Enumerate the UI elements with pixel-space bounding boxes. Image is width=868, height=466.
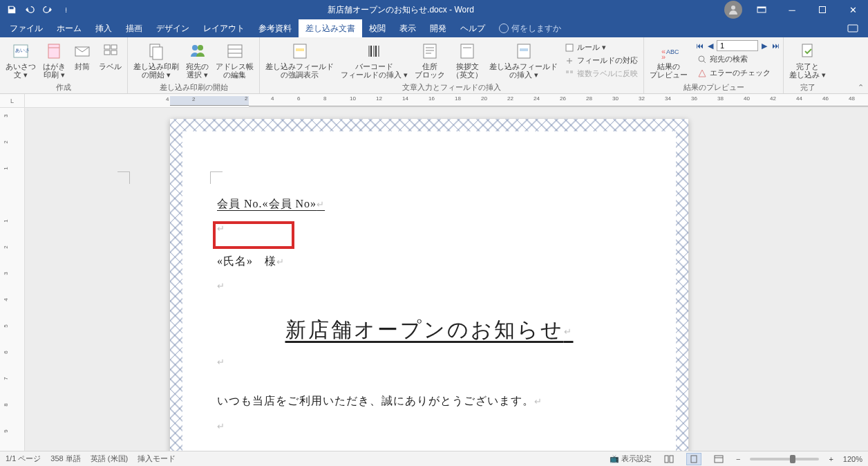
vertical-ruler[interactable]: 32112345678910111213 xyxy=(0,108,25,451)
ribbon-display-options[interactable] xyxy=(746,0,777,19)
svg-rect-37 xyxy=(566,71,569,73)
tab-references[interactable]: 参考資料 xyxy=(252,19,299,37)
paragraph-mark-icon: ↵ xyxy=(217,357,225,368)
tab-developer[interactable]: 開発 xyxy=(423,19,453,37)
qat-customize[interactable]: ⁞ xyxy=(58,2,73,17)
zoom-slider[interactable] xyxy=(750,458,819,460)
document-area: 32112345678910111213 会員 No.«会員 No»↵ ↵ «氏… xyxy=(0,108,868,451)
tab-draw[interactable]: 描画 xyxy=(119,19,149,37)
svg-rect-7 xyxy=(48,44,59,58)
lightbulb-icon xyxy=(499,24,509,33)
greetings-button[interactable]: あいさつあいさつ 文 ▾ xyxy=(3,40,39,80)
address-block-button[interactable]: 住所 ブロック xyxy=(412,40,448,80)
ribbon: あいさつあいさつ 文 ▾ はがき 印刷 ▾ 封筒 ラベル 作成 差し込み印刷 の… xyxy=(0,37,868,94)
svg-rect-38 xyxy=(570,71,573,73)
group-label-start: 差し込み印刷の開始 xyxy=(128,82,259,93)
paragraph-mark-icon: ↵ xyxy=(217,421,225,431)
collapse-ribbon-button[interactable]: ⌃ xyxy=(858,83,864,92)
group-write-insert-fields: 差し込みフィールド の強調表示 バーコード フィールドの挿入 ▾ 住所 ブロック… xyxy=(260,37,644,93)
zoom-out-button[interactable]: − xyxy=(736,455,740,463)
zoom-slider-thumb[interactable] xyxy=(790,455,795,463)
envelope-button[interactable]: 封筒 xyxy=(70,40,95,72)
minimize-button[interactable]: ─ xyxy=(777,0,807,19)
document-title[interactable]: 新店舗オープンのお知らせ↵ xyxy=(217,316,641,344)
group-label-preview: 結果のプレビュー xyxy=(644,82,783,93)
insert-merge-field-button[interactable]: 差し込みフィールド の挿入 ▾ xyxy=(487,40,560,80)
find-recipient-button[interactable]: 宛先の検索 xyxy=(695,53,780,65)
svg-rect-4 xyxy=(848,25,858,32)
read-mode-button[interactable] xyxy=(661,453,677,465)
barcode-field-button[interactable]: バーコード フィールドの挿入 ▾ xyxy=(338,40,411,80)
tab-view[interactable]: 表示 xyxy=(393,19,423,37)
rules-button[interactable]: ルール ▾ xyxy=(562,41,641,53)
web-layout-button[interactable] xyxy=(711,453,726,465)
record-number-input[interactable] xyxy=(717,40,758,51)
svg-rect-32 xyxy=(461,44,473,58)
svg-rect-13 xyxy=(111,50,117,55)
save-button[interactable] xyxy=(4,2,19,17)
greeting-line-button[interactable]: 挨拶文 （英文） xyxy=(449,40,485,80)
first-record-button[interactable]: ⏮ xyxy=(695,41,704,50)
zoom-level[interactable]: 120% xyxy=(843,455,862,463)
svg-point-17 xyxy=(198,45,203,50)
member-number-line[interactable]: 会員 No.«会員 No»↵ xyxy=(217,194,641,215)
prev-record-button[interactable]: ◀ xyxy=(706,41,715,50)
zoom-in-button[interactable]: + xyxy=(829,455,833,463)
group-start-mail-merge: 差し込み印刷 の開始 ▾ 宛先の 選択 ▾ アドレス帳 の編集 差し込み印刷の開… xyxy=(128,37,260,93)
tab-home[interactable]: ホーム xyxy=(50,19,88,37)
page: 会員 No.«会員 No»↵ ↵ «氏名» 様↵ ↵ 新店舗オープンのお知らせ↵… xyxy=(170,119,688,451)
ribbon-tabs: ファイル ホーム 挿入 描画 デザイン レイアウト 参考資料 差し込み文書 校閲… xyxy=(0,19,868,37)
svg-rect-46 xyxy=(670,456,673,463)
share-button[interactable] xyxy=(843,20,862,37)
tab-insert[interactable]: 挿入 xyxy=(88,19,119,37)
tell-me-search[interactable]: 何をしますか xyxy=(492,19,568,37)
tab-design[interactable]: デザイン xyxy=(149,19,196,37)
preview-results-button[interactable]: «ABC»結果の プレビュー xyxy=(647,40,690,80)
group-preview-results: «ABC»結果の プレビュー ⏮ ◀ ▶ ⏭ 宛先の検索 エラーのチェック 結果… xyxy=(644,37,784,93)
body-paragraph-1[interactable]: いつも当店をご利用いただき、誠にありがとうございます。↵ xyxy=(217,390,641,413)
group-create: あいさつあいさつ 文 ▾ はがき 印刷 ▾ 封筒 ラベル 作成 xyxy=(0,37,128,93)
recipient-name-line[interactable]: «氏名» 様↵ xyxy=(217,251,641,272)
tab-mailings[interactable]: 差し込み文書 xyxy=(299,19,362,37)
horizontal-ruler[interactable]: L 42246810121416182022242628303234363840… xyxy=(0,94,868,108)
match-fields-button[interactable]: フィールドの対応 xyxy=(562,55,641,66)
account-avatar[interactable] xyxy=(724,1,742,19)
check-errors-button[interactable]: エラーのチェック xyxy=(695,67,780,79)
undo-button[interactable] xyxy=(22,2,37,17)
last-record-button[interactable]: ⏭ xyxy=(771,41,780,50)
insert-mode-status[interactable]: 挿入モード xyxy=(138,454,176,464)
svg-line-43 xyxy=(704,61,706,63)
language-status[interactable]: 英語 (米国) xyxy=(91,454,128,464)
paragraph-mark-icon: ↵ xyxy=(217,224,225,234)
close-button[interactable]: ✕ xyxy=(838,0,868,19)
page-count[interactable]: 1/1 ページ xyxy=(6,454,41,464)
display-settings[interactable]: 📺 表示設定 xyxy=(610,454,652,464)
document-body[interactable]: 会員 No.«会員 No»↵ ↵ «氏名» 様↵ ↵ 新店舗オープンのお知らせ↵… xyxy=(217,194,641,451)
next-record-button[interactable]: ▶ xyxy=(760,41,769,50)
tab-layout[interactable]: レイアウト xyxy=(196,19,252,37)
paragraph-mark-icon: ↵ xyxy=(564,326,574,337)
document-canvas[interactable]: 会員 No.«会員 No»↵ ↵ «氏名» 様↵ ↵ 新店舗オープンのお知らせ↵… xyxy=(25,108,868,451)
svg-text:あいさつ: あいさつ xyxy=(15,48,30,53)
postcard-button[interactable]: はがき 印刷 ▾ xyxy=(40,40,68,80)
select-recipients-button[interactable]: 宛先の 選択 ▾ xyxy=(183,40,211,80)
redo-button[interactable] xyxy=(40,2,55,17)
svg-rect-45 xyxy=(665,456,668,463)
svg-rect-36 xyxy=(566,44,573,51)
svg-rect-15 xyxy=(153,47,162,59)
highlight-merge-fields-button[interactable]: 差し込みフィールド の強調表示 xyxy=(263,40,337,80)
tab-file[interactable]: ファイル xyxy=(3,19,50,37)
label-button[interactable]: ラベル xyxy=(96,40,124,72)
word-count[interactable]: 358 単語 xyxy=(50,454,80,464)
print-layout-button[interactable] xyxy=(686,453,701,465)
edit-recipient-list-button[interactable]: アドレス帳 の編集 xyxy=(213,40,256,80)
tab-review[interactable]: 校閲 xyxy=(362,19,393,37)
svg-rect-18 xyxy=(228,45,242,57)
start-mail-merge-button[interactable]: 差し込み印刷 の開始 ▾ xyxy=(131,40,182,80)
svg-point-42 xyxy=(699,56,704,62)
record-navigation: ⏮ ◀ ▶ ⏭ xyxy=(695,40,780,51)
maximize-button[interactable] xyxy=(807,0,838,19)
tab-help[interactable]: ヘルプ xyxy=(453,19,492,37)
quick-access-toolbar: ⁞ xyxy=(0,2,77,17)
finish-merge-button[interactable]: 完了と 差し込み ▾ xyxy=(786,40,829,80)
